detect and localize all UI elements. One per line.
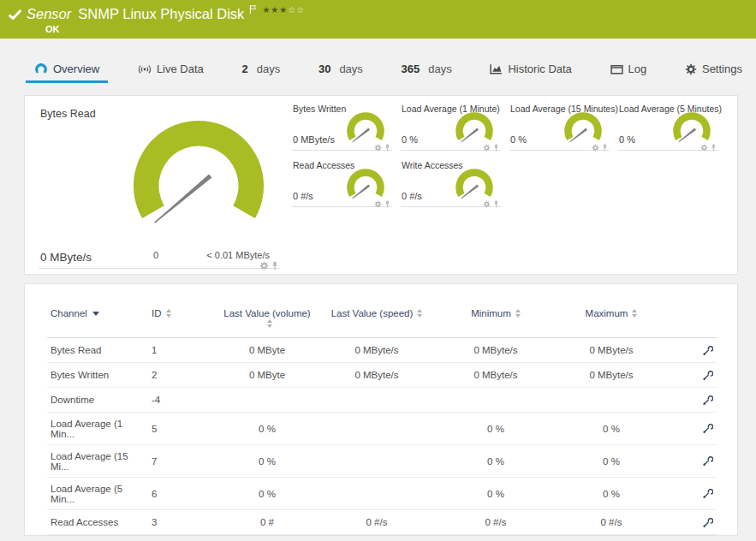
pin-icon[interactable] (384, 144, 390, 152)
sort-icon (632, 309, 637, 318)
edit-channel-wrench-icon[interactable] (702, 394, 713, 405)
gear-icon (685, 63, 697, 75)
tab-log-label: Log (628, 62, 647, 75)
minimum-value: 0 % (436, 413, 556, 445)
gear-icon[interactable] (592, 144, 599, 152)
last-value-volume: 0 # (217, 535, 318, 537)
bytes-read-gauge[interactable] (117, 113, 280, 259)
tab-30-days[interactable]: 30days (310, 56, 372, 83)
gauge-cell-load-average-5min: Load Average (5 Minutes) 0 % (618, 101, 718, 151)
table-row: Load Average (15 Mi... 7 0 % 0 % 0 % (47, 445, 717, 478)
ok-check-icon (8, 9, 22, 21)
column-header-minimum[interactable]: Minimum (436, 305, 556, 338)
sensor-header: Sensor SNMP Linux Physical Disk ★★★☆☆ OK (0, 0, 756, 39)
edit-channel-wrench-icon[interactable] (702, 455, 713, 466)
gauge-actions (259, 261, 278, 270)
channel-name: Load Average (15 Mi... (47, 445, 148, 478)
channel-id: 7 (148, 445, 217, 478)
gear-icon[interactable] (483, 200, 491, 208)
gauge-actions (592, 144, 608, 152)
stars-empty[interactable]: ☆☆ (288, 5, 305, 15)
last-value-volume: 0 % (217, 478, 318, 510)
column-header-channel[interactable]: Channel (47, 305, 148, 338)
channel-name: Load Average (5 Min... (47, 478, 148, 510)
channel-id: -4 (148, 388, 217, 413)
edit-channel-wrench-icon[interactable] (702, 369, 713, 380)
pin-icon[interactable] (271, 261, 278, 270)
tab-settings[interactable]: Settings (676, 56, 751, 83)
channel-id: 2 (148, 363, 217, 388)
maximum-value: 0 #/s (556, 535, 667, 537)
tab-2-days-number: 2 (242, 62, 248, 75)
column-header-actions (667, 305, 717, 338)
channel-id: 5 (148, 413, 217, 445)
sort-icon (166, 309, 171, 318)
last-value-speed: 0 #/s (318, 535, 436, 537)
minimum-value (436, 388, 556, 413)
last-value-speed (318, 388, 436, 413)
gauge-icon (34, 63, 48, 75)
column-header-last-value-speed[interactable]: Last Value (speed) (318, 305, 436, 338)
tab-365-days[interactable]: 365days (393, 56, 461, 83)
edit-channel-wrench-icon[interactable] (702, 344, 713, 355)
channel-name: Downtime (47, 388, 148, 413)
gear-icon[interactable] (374, 200, 382, 208)
edit-channel-wrench-icon[interactable] (702, 422, 713, 433)
tab-overview-label: Overview (53, 62, 99, 75)
tab-2-days[interactable]: 2days (234, 56, 289, 83)
tab-historic-data[interactable]: Historic Data (481, 56, 580, 83)
sort-icon (417, 309, 422, 318)
pin-icon[interactable] (602, 144, 608, 152)
sensor-overview-page: Sensor SNMP Linux Physical Disk ★★★☆☆ OK… (0, 0, 756, 541)
stars-filled[interactable]: ★★★ (262, 5, 288, 15)
channel-name: Read Accesses (47, 510, 148, 535)
broadcast-icon (138, 64, 152, 74)
gear-icon[interactable] (700, 144, 708, 152)
pin-icon[interactable] (384, 200, 390, 208)
maximum-value (556, 388, 667, 413)
maximum-value: 0 % (556, 478, 667, 510)
gear-icon[interactable] (374, 144, 382, 152)
channel-id: 3 (148, 510, 217, 535)
channel-name: Load Average (1 Min... (47, 413, 148, 445)
channel-id: 6 (148, 478, 217, 510)
gauge-current-value: 0 #/s (293, 191, 313, 201)
tab-overview[interactable]: Overview (26, 56, 108, 83)
tab-365-days-word: days (428, 62, 451, 75)
table-row: Bytes Written 2 0 MByte 0 MByte/s 0 MByt… (47, 363, 717, 388)
edit-channel-wrench-icon[interactable] (702, 516, 713, 527)
gear-icon[interactable] (483, 144, 491, 152)
last-value-speed (318, 478, 436, 510)
column-header-last-value-volume[interactable]: Last Value (volume) (217, 305, 318, 338)
priority-stars[interactable]: ★★★☆☆ (262, 5, 305, 15)
pin-icon[interactable] (493, 144, 499, 152)
table-header-row: Channel ID Last Value (volume) Last Valu… (47, 305, 717, 338)
gauge-actions (374, 200, 390, 208)
minimum-value: 0 #/s (436, 535, 556, 537)
last-value-volume: 0 MByte (217, 363, 318, 388)
last-value-speed (318, 413, 436, 445)
gear-icon[interactable] (259, 261, 269, 270)
minimum-value: 0 % (436, 478, 556, 510)
pin-icon[interactable] (711, 144, 717, 152)
pin-icon[interactable] (493, 200, 499, 208)
gauge-cell-write-accesses: Write Accesses 0 #/s (401, 158, 501, 207)
minimum-value: 0 % (436, 445, 556, 478)
column-header-maximum[interactable]: Maximum (556, 305, 667, 338)
tab-live-data-label: Live Data (157, 62, 204, 75)
minimum-value: 0 MByte/s (436, 363, 556, 388)
status-badge: OK (45, 24, 305, 34)
tab-365-days-number: 365 (402, 62, 420, 75)
column-header-id[interactable]: ID (148, 305, 217, 338)
gauge-cell-bytes-written: Bytes Written 0 MByte/s (292, 101, 392, 151)
tab-30-days-number: 30 (318, 62, 330, 75)
table-row: Bytes Read 1 0 MByte 0 MByte/s 0 MByte/s… (47, 338, 717, 363)
gauge-title: Bytes Written (293, 104, 346, 114)
last-value-volume: 0 % (217, 445, 318, 478)
edit-channel-wrench-icon[interactable] (702, 487, 713, 498)
log-window-icon (610, 64, 623, 74)
tab-live-data[interactable]: Live Data (129, 56, 212, 83)
gauge-title: Bytes Read (40, 108, 96, 120)
gauge-cell-load-average-1min: Load Average (1 Minute) 0 % (401, 101, 501, 151)
tab-log[interactable]: Log (602, 56, 656, 83)
